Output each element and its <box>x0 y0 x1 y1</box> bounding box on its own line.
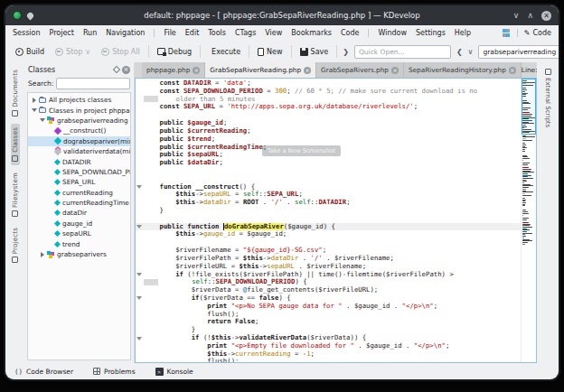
fold-gutter[interactable] <box>136 79 144 88</box>
fold-gutter[interactable] <box>136 88 144 96</box>
expander-down-icon[interactable] <box>32 107 37 113</box>
working-set-icon[interactable] <box>503 29 511 37</box>
toolbar-search-input[interactable] <box>478 45 559 59</box>
tree-item[interactable]: dataDir <box>28 208 130 218</box>
tab-close-icon[interactable]: × <box>509 67 516 74</box>
menu-item-bookmarks[interactable]: Bookmarks <box>291 29 332 37</box>
menu-item-ctags[interactable]: CTags <box>235 29 256 37</box>
tree-item[interactable]: dograbsepariver(mixed) <box>28 136 130 146</box>
menu-item-run[interactable]: Run <box>83 29 97 37</box>
dock-float-icon[interactable] <box>113 66 120 73</box>
fold-gutter[interactable] <box>136 215 144 223</box>
fold-gutter[interactable] <box>136 144 144 152</box>
sidebar-tab-external-scripts[interactable]: External Scripts <box>544 66 551 127</box>
tree-item[interactable]: All projects classes <box>28 95 130 105</box>
fold-gutter[interactable] <box>136 199 144 207</box>
fold-gutter[interactable] <box>136 334 144 342</box>
menu-item-project[interactable]: Project <box>50 29 74 37</box>
fold-gutter[interactable] <box>136 111 144 119</box>
tree-item[interactable]: Classes in project phppage <box>28 105 130 115</box>
quick-open-input[interactable] <box>354 45 451 59</box>
fold-gutter[interactable] <box>136 238 144 247</box>
pin-icon[interactable] <box>26 11 35 20</box>
statusbar-konsole[interactable]: >Konsole <box>155 368 193 376</box>
maximize-button[interactable]: ∧ <box>527 11 533 20</box>
fold-gutter[interactable] <box>136 303 144 311</box>
tree-item[interactable]: validateriverdata(mixed) <box>28 146 130 156</box>
tree-item[interactable]: grabseparivers <box>28 249 130 259</box>
fold-gutter[interactable] <box>136 175 144 183</box>
fold-gutter[interactable] <box>136 223 144 231</box>
fold-gutter[interactable] <box>136 350 144 359</box>
new-button[interactable]: New <box>255 46 285 58</box>
titlebar[interactable]: default: phppage - [ phppage:GrabSepaRiv… <box>5 5 559 25</box>
fold-gutter[interactable] <box>136 286 144 294</box>
fold-arrow-icon[interactable] <box>136 337 142 341</box>
fold-gutter[interactable] <box>136 326 144 334</box>
menu-item-window[interactable]: Window <box>378 29 407 37</box>
fold-gutter[interactable] <box>136 183 144 191</box>
fold-gutter[interactable] <box>136 119 144 127</box>
save-button[interactable]: Save <box>297 46 332 58</box>
editor-tab-separiverreadinghistory.php[interactable]: SepaRiverReadingHistory.php× <box>404 62 522 78</box>
tree-item[interactable]: SEPA_URL <box>28 177 130 187</box>
sidebar-tab-documents[interactable]: Documents <box>11 66 20 120</box>
fold-gutter[interactable] <box>136 263 144 271</box>
fold-gutter[interactable] <box>136 151 144 159</box>
fold-gutter[interactable] <box>136 294 144 303</box>
fold-gutter[interactable] <box>136 342 144 350</box>
menu-item-tools[interactable]: Tools <box>208 29 226 37</box>
fold-arrow-icon[interactable] <box>136 296 142 300</box>
tree-item[interactable]: SEPA_DOWNLOAD_PERIOD <box>28 167 130 177</box>
minimap-viewport[interactable] <box>522 79 536 135</box>
tree-item[interactable]: DATADIR <box>28 156 130 166</box>
fold-gutter[interactable] <box>136 230 144 238</box>
fold-arrow-icon[interactable] <box>136 225 142 229</box>
tab-close-icon[interactable]: × <box>304 67 311 74</box>
code-editor[interactable]: Take a New Screenshot const DATADIR = 'd… <box>136 79 521 362</box>
tree-item[interactable]: currentReadingTime <box>28 198 130 208</box>
fold-gutter[interactable] <box>136 159 144 167</box>
expander-right-icon[interactable] <box>32 98 37 103</box>
toolbar-overflow-chevron[interactable]: ❯ <box>343 48 349 56</box>
editor-tab-phppage.php[interactable]: phppage.php× <box>142 62 205 78</box>
editor-tab-grabsepariverreading.php[interactable]: GrabSepaRiverReading.php× <box>205 62 316 78</box>
classes-search-input[interactable] <box>56 78 130 89</box>
expander-right-icon[interactable] <box>40 252 45 257</box>
fold-gutter[interactable] <box>136 167 144 175</box>
fold-gutter[interactable] <box>136 127 144 135</box>
menu-item-view[interactable]: View <box>265 29 282 37</box>
dropdown-chevron-icon[interactable]: ∨ <box>85 48 90 56</box>
fold-gutter[interactable] <box>136 318 144 326</box>
fold-gutter[interactable] <box>136 103 144 111</box>
build-button[interactable]: Build <box>13 46 47 58</box>
fold-gutter[interactable] <box>136 191 144 199</box>
menu-item-file[interactable]: File <box>164 29 175 37</box>
expander-down-icon[interactable] <box>40 117 45 123</box>
minimap-scrollbar[interactable] <box>521 79 536 362</box>
fold-gutter[interactable] <box>136 96 144 104</box>
statusbar-problems[interactable]: Problems <box>93 368 136 376</box>
sidebar-tab-classes[interactable]: Classes <box>11 124 20 165</box>
fold-gutter[interactable] <box>136 358 144 362</box>
sidebar-tab-projects[interactable]: Projects <box>11 224 20 266</box>
tree-item[interactable]: currentReading <box>28 188 130 198</box>
fold-arrow-icon[interactable] <box>136 273 142 276</box>
editor-tab-grabseparivers.php[interactable]: GrabSepaRivers.php× <box>316 62 404 78</box>
menu-item-edit[interactable]: Edit <box>185 29 200 37</box>
classes-tree[interactable]: All projects classesClasses in project p… <box>27 92 131 360</box>
fold-gutter[interactable] <box>136 278 144 286</box>
execute-button[interactable]: Execute <box>206 46 243 58</box>
sidebar-tab-filesystem[interactable]: Filesystem <box>11 169 20 220</box>
tab-close-icon[interactable]: × <box>391 67 399 74</box>
fold-arrow-icon[interactable] <box>136 185 142 189</box>
close-button[interactable]: ✕ <box>541 11 551 21</box>
fold-gutter[interactable] <box>136 207 144 215</box>
menu-item-code[interactable]: Code <box>341 29 359 37</box>
statusbar-code-browser[interactable]: ()Code Browser <box>14 368 73 376</box>
fold-gutter[interactable] <box>136 271 144 279</box>
tree-item[interactable]: gauge_id <box>28 219 130 229</box>
panel-close-icon[interactable]: × <box>122 66 130 74</box>
menu-item-settings[interactable]: Settings <box>416 29 446 37</box>
tree-item[interactable]: sepaURL <box>28 229 130 238</box>
